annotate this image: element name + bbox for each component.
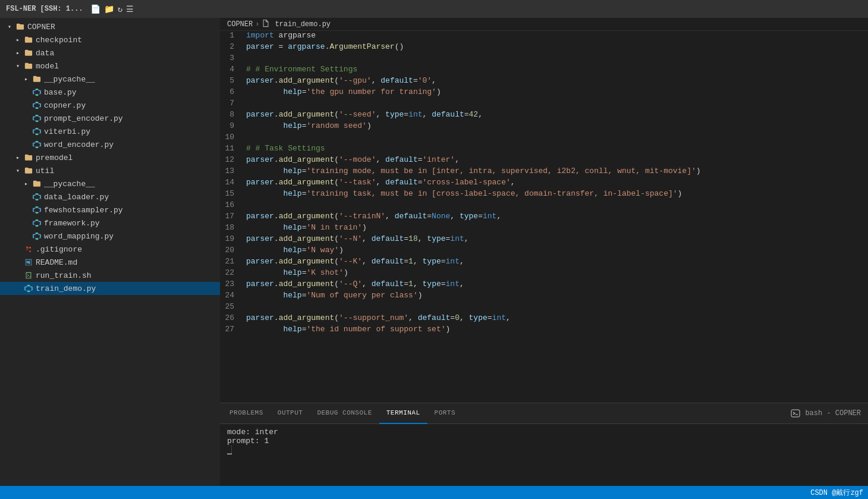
- line-content-14[interactable]: parser.add_argument('--task', default='c…: [244, 178, 868, 189]
- line-number-10: 10: [220, 133, 244, 144]
- line-number-20: 20: [220, 246, 244, 257]
- line-content-10[interactable]: [244, 133, 868, 144]
- sidebar-item-prompt-encoder-py[interactable]: prompt_encoder.py: [0, 112, 220, 125]
- sidebar-item-copner-py[interactable]: copner.py: [0, 99, 220, 112]
- code-line-24: 24 help='Num of query per class'): [220, 291, 868, 302]
- sidebar-item-run-train-sh[interactable]: run_train.sh: [0, 269, 220, 282]
- breadcrumb-sep: ›: [255, 20, 259, 29]
- sidebar-label-model: model: [36, 62, 59, 71]
- panel-tab-output[interactable]: OUTPUT: [271, 403, 310, 424]
- sidebar-item-viterbi-py[interactable]: viterbi.py: [0, 125, 220, 138]
- sidebar-item-model[interactable]: ▾model: [0, 59, 220, 73]
- folder-icon-model-pycache: [32, 74, 42, 84]
- status-right: CSDN @戴行zgf: [810, 488, 863, 498]
- terminal-label-text: bash - COPNER: [805, 409, 861, 418]
- line-number-18: 18: [220, 223, 244, 234]
- line-content-25[interactable]: [244, 302, 868, 313]
- line-content-13[interactable]: help='training mode, must be in [inter, …: [244, 167, 868, 178]
- line-content-17[interactable]: parser.add_argument('--trainN', default=…: [244, 212, 868, 223]
- file-icon-gitignore: [24, 244, 33, 254]
- code-editor[interactable]: 1import argparse2parser = argparse.Argum…: [220, 31, 868, 403]
- file-icon-copner-py: [32, 101, 42, 110]
- line-content-18[interactable]: help='N in train'): [244, 223, 868, 234]
- line-content-1[interactable]: import argparse: [244, 31, 868, 42]
- line-content-8[interactable]: parser.add_argument('--seed', type=int, …: [244, 110, 868, 121]
- sidebar-item-gitignore[interactable]: .gitignore: [0, 243, 220, 256]
- line-content-26[interactable]: parser.add_argument('--support_num', def…: [244, 313, 868, 325]
- sidebar-label-word-mapping-py: word_mapping.py: [44, 232, 114, 241]
- sidebar-item-train-demo-py[interactable]: train_demo.py: [0, 282, 220, 295]
- line-content-23[interactable]: parser.add_argument('--Q', default=1, ty…: [244, 280, 868, 291]
- line-content-24[interactable]: help='Num of query per class'): [244, 291, 868, 302]
- line-number-11: 11: [220, 144, 244, 155]
- code-line-23: 23parser.add_argument('--Q', default=1, …: [220, 280, 868, 291]
- line-content-6[interactable]: help='the gpu number for traning'): [244, 87, 868, 99]
- chevron-data: ▸: [13, 48, 23, 58]
- line-number-8: 8: [220, 110, 244, 121]
- code-line-13: 13 help='training mode, must be in [inte…: [220, 167, 868, 178]
- code-line-20: 20 help='N way'): [220, 246, 868, 257]
- sidebar-label-data: data: [36, 49, 54, 58]
- line-content-22[interactable]: help='K shot'): [244, 268, 868, 280]
- line-content-21[interactable]: parser.add_argument('--K', default=1, ty…: [244, 257, 868, 268]
- line-content-5[interactable]: parser.add_argument('--gpu', default='0'…: [244, 76, 868, 87]
- new-file-icon[interactable]: 📄: [90, 4, 100, 14]
- sidebar-item-framework-py[interactable]: framework.py: [0, 216, 220, 230]
- new-folder-icon[interactable]: 📁: [104, 4, 114, 14]
- terminal-content[interactable]: mode: interprompt: 1█: [220, 424, 868, 486]
- sidebar-item-fewshotsampler-py[interactable]: fewshotsampler.py: [0, 203, 220, 216]
- line-content-2[interactable]: parser = argparse.ArgumentParser(): [244, 42, 868, 54]
- code-line-10: 10: [220, 133, 868, 144]
- code-line-2: 2parser = argparse.ArgumentParser(): [220, 42, 868, 54]
- line-content-15[interactable]: help='training task, must be in [cross-l…: [244, 189, 868, 200]
- line-content-9[interactable]: help='random seed'): [244, 121, 868, 133]
- panel-tab-debug-console[interactable]: DEBUG CONSOLE: [310, 403, 379, 424]
- collapse-icon[interactable]: ☰: [126, 4, 134, 14]
- sidebar-item-base-py[interactable]: base.py: [0, 86, 220, 99]
- line-number-26: 26: [220, 313, 244, 325]
- panel-tab-terminal[interactable]: TERMINAL: [379, 403, 427, 424]
- chevron-util: ▾: [13, 166, 23, 175]
- code-line-25: 25: [220, 302, 868, 313]
- line-number-27: 27: [220, 325, 244, 336]
- sidebar-item-word-encoder-py[interactable]: word_encoder.py: [0, 138, 220, 151]
- line-content-16[interactable]: [244, 200, 868, 212]
- code-line-5: 5parser.add_argument('--gpu', default='0…: [220, 76, 868, 87]
- sidebar-item-data[interactable]: ▸data: [0, 46, 220, 59]
- code-line-1: 1import argparse: [220, 31, 868, 42]
- chevron-model: ▾: [13, 61, 23, 71]
- line-content-19[interactable]: parser.add_argument('--N', default=18, t…: [244, 234, 868, 246]
- sidebar-label-data-loader-py: data_loader.py: [44, 193, 109, 202]
- line-content-11[interactable]: # # Task Settings: [244, 144, 868, 155]
- breadcrumb-file-icon: [262, 19, 270, 30]
- line-content-3[interactable]: [244, 54, 868, 65]
- file-icon-train-demo-py: [24, 284, 33, 293]
- file-icon-prompt-encoder-py: [32, 114, 42, 123]
- sidebar-item-copner-root[interactable]: ▾COPNER: [0, 20, 220, 33]
- sidebar-item-readme-md[interactable]: README.md: [0, 256, 220, 269]
- line-content-4[interactable]: # # Environment Settings: [244, 65, 868, 76]
- main-layout: ▾COPNER▸checkpoint▸data▾model▸__pycache_…: [0, 18, 868, 486]
- panel-tab-ports[interactable]: PORTS: [427, 403, 463, 424]
- sidebar-item-util[interactable]: ▾util: [0, 164, 220, 177]
- sidebar-label-util: util: [36, 167, 54, 175]
- sidebar-item-data-loader-py[interactable]: data_loader.py: [0, 190, 220, 203]
- line-content-20[interactable]: help='N way'): [244, 246, 868, 257]
- terminal-line-0: mode: inter: [227, 428, 861, 437]
- code-line-4: 4# # Environment Settings: [220, 65, 868, 76]
- breadcrumb-folder[interactable]: COPNER: [227, 20, 253, 29]
- breadcrumb-filename[interactable]: train_demo.py: [275, 20, 331, 29]
- sidebar-label-copner-py: copner.py: [44, 101, 86, 110]
- sidebar-item-model-pycache[interactable]: ▸__pycache__: [0, 73, 220, 86]
- panel-tab-problems[interactable]: PROBLEMS: [222, 403, 271, 424]
- sidebar-item-checkpoint[interactable]: ▸checkpoint: [0, 33, 220, 46]
- sidebar-item-word-mapping-py[interactable]: word_mapping.py: [0, 230, 220, 243]
- line-content-27[interactable]: help='the id number of support set'): [244, 325, 868, 336]
- line-content-7[interactable]: [244, 99, 868, 110]
- line-number-25: 25: [220, 302, 244, 313]
- code-line-7: 7: [220, 99, 868, 110]
- refresh-icon[interactable]: ↻: [118, 4, 122, 14]
- sidebar-item-util-pycache[interactable]: ▸__pycache__: [0, 177, 220, 190]
- sidebar-item-premodel[interactable]: ▸premodel: [0, 151, 220, 164]
- line-content-12[interactable]: parser.add_argument('--mode', default='i…: [244, 155, 868, 167]
